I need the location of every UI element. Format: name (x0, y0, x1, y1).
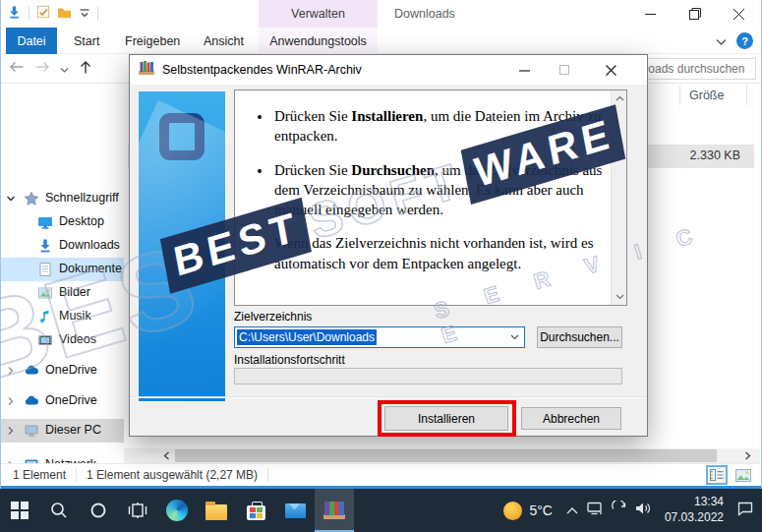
properties-check-icon[interactable] (36, 5, 50, 23)
sidebar-item-onedrive-2[interactable]: OneDrive (1, 389, 124, 413)
chevron-right-icon[interactable] (6, 425, 16, 439)
start-button[interactable] (0, 489, 39, 532)
recent-locations-icon[interactable] (60, 60, 69, 78)
tab-freigeben[interactable]: Freigeben (111, 28, 194, 54)
column-separator (679, 86, 680, 105)
browse-button[interactable]: Durchsuchen... (537, 326, 622, 348)
column-header-groesse[interactable]: Größe (689, 89, 746, 102)
sidebar-item-videos[interactable]: Videos (1, 328, 124, 352)
forward-icon[interactable] (34, 60, 50, 78)
nav-arrows (9, 54, 92, 84)
winrar-sfx-dialog: Selbstentpackendes WinRAR-Archiv Drücken… (129, 54, 648, 437)
file-explorer-icon (205, 504, 227, 520)
mail-button[interactable] (275, 489, 315, 532)
windows-logo-icon (11, 502, 29, 519)
new-folder-icon[interactable] (57, 5, 72, 23)
microsoft-store-button[interactable] (236, 489, 275, 532)
combo-dropdown-icon[interactable] (506, 329, 522, 345)
up-icon[interactable] (79, 60, 92, 79)
window-title: Downloads (394, 0, 455, 28)
tab-datei[interactable]: Datei (6, 28, 57, 54)
sidebar-item-label: Bilder (59, 285, 90, 299)
sidebar-item-desktop[interactable]: Desktop (1, 210, 124, 234)
destination-combobox[interactable]: C:\Users\User\Downloads (234, 326, 525, 348)
chevron-down-icon[interactable] (6, 193, 16, 207)
installation-progressbar (234, 368, 622, 384)
sidebar-item-schnellzugriff[interactable]: Schnellzugriff (1, 187, 124, 210)
close-button[interactable] (717, 0, 761, 28)
instruction-item: Wenn das Zielverzeichnis nicht vorhanden… (272, 233, 604, 273)
volume-icon[interactable] (634, 501, 652, 520)
sidebar-item-dieser-pc[interactable]: Dieser PC (1, 419, 124, 443)
scroll-left-icon[interactable] (159, 449, 173, 462)
window-caption-buttons (628, 0, 761, 28)
sidebar-item-onedrive-1[interactable]: OneDrive (1, 359, 124, 383)
back-icon[interactable] (9, 60, 25, 78)
sidebar-item-label: Desktop (59, 214, 104, 228)
sidebar-item-label: Musik (59, 309, 91, 323)
chevron-right-icon[interactable] (6, 365, 16, 379)
sidebar-item-label: Downloads (59, 238, 120, 252)
task-view-button[interactable] (118, 489, 157, 532)
item-count: 1 Element (13, 468, 66, 482)
column-separator (746, 86, 747, 105)
tab-anwendungstools[interactable]: Anwendungstools (259, 28, 378, 54)
taskbar-search-button[interactable] (39, 489, 79, 532)
weather-sun-icon[interactable] (503, 502, 522, 520)
winrar-books-icon (138, 60, 155, 80)
weather-temperature[interactable]: 5°C (529, 502, 553, 518)
qat-customize-icon[interactable] (79, 5, 90, 23)
cortana-button[interactable] (79, 489, 118, 532)
onedrive-cloud-icon (24, 393, 39, 412)
destination-label: Zielverzeichnis (234, 310, 312, 324)
network-tray-icon[interactable] (586, 501, 604, 520)
ribbon-tab-bar: Datei Start Freigeben Ansicht Anwendungs… (1, 28, 761, 54)
minimize-button[interactable] (628, 0, 673, 28)
sidebar-item-label: Dokumente (59, 262, 122, 275)
view-toggle-buttons (706, 465, 754, 485)
status-separator (76, 468, 77, 482)
dialog-scrollbar[interactable] (611, 90, 626, 305)
instructions-box: Drücken Sie Installieren, um die Dateien… (234, 89, 627, 306)
details-view-button[interactable] (706, 465, 728, 485)
tab-ansicht[interactable]: Ansicht (190, 28, 258, 54)
thumbnail-view-button[interactable] (733, 465, 754, 485)
sync-tray-icon[interactable] (611, 501, 627, 521)
edge-button[interactable] (157, 489, 197, 532)
file-explorer-button[interactable] (197, 489, 236, 532)
scroll-right-icon[interactable] (740, 449, 754, 462)
ribbon-right-controls: ? (716, 28, 753, 54)
sidebar-item-dokumente[interactable]: Dokumente (1, 258, 124, 281)
sidebar-item-musik[interactable]: Musik (1, 305, 124, 328)
scrollbar-thumb[interactable] (175, 449, 717, 462)
desktop-icon (37, 214, 53, 233)
dialog-minimize-button[interactable] (509, 56, 539, 84)
action-center-icon[interactable] (736, 501, 754, 520)
clock-time: 13:34 (665, 495, 724, 510)
cancel-button[interactable]: Abbrechen (521, 407, 621, 430)
sidebar-item-bilder[interactable]: Bilder (1, 281, 124, 305)
sfx-logo-icon (159, 113, 205, 160)
cortana-icon (88, 501, 108, 520)
winrar-icon (323, 501, 345, 519)
tray-chevron-up-icon[interactable] (565, 502, 579, 519)
document-icon (37, 262, 53, 280)
winrar-taskbar-button[interactable] (315, 489, 354, 532)
progress-label: Installationsfortschritt (234, 353, 345, 367)
tab-start[interactable]: Start (60, 28, 113, 54)
scroll-down-icon[interactable] (612, 289, 627, 305)
sidebar-item-downloads[interactable]: Downloads (1, 234, 124, 258)
taskbar-clock[interactable]: 13:34 07.03.2022 (665, 495, 724, 525)
expand-ribbon-icon[interactable] (716, 32, 727, 50)
pictures-icon (37, 285, 53, 304)
music-icon (37, 309, 53, 327)
restore-button[interactable] (673, 0, 717, 28)
dialog-title: Selbstentpackendes WinRAR-Archiv (162, 63, 362, 77)
sidebar-item-label: OneDrive (45, 393, 97, 407)
qat-separator (97, 7, 98, 21)
help-icon[interactable]: ? (736, 32, 753, 49)
chevron-right-icon[interactable] (6, 395, 16, 409)
horizontal-scrollbar[interactable] (124, 448, 760, 463)
scroll-up-icon[interactable] (612, 90, 627, 106)
dialog-close-button[interactable] (596, 56, 625, 84)
